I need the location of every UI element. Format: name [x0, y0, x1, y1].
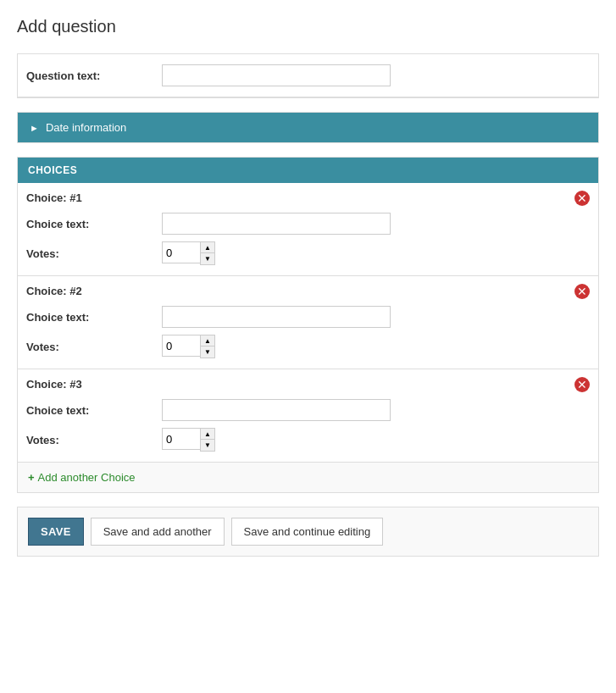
choices-header: CHOICES — [18, 158, 598, 183]
remove-choice-3-button[interactable]: ✕ — [574, 376, 590, 392]
votes-spin-buttons-2: ▲ ▼ — [200, 335, 215, 358]
choice-title-3: Choice: #3 — [26, 378, 82, 391]
votes-spin-down-1[interactable]: ▼ — [201, 253, 214, 264]
votes-spin-up-3[interactable]: ▲ — [201, 429, 214, 440]
votes-spin-buttons-3: ▲ ▼ — [200, 428, 215, 452]
add-another-choice-label: Add another Choice — [38, 471, 136, 484]
remove-choice-2-icon: ✕ — [574, 284, 590, 299]
votes-row-2: Votes: ▲ ▼ — [26, 335, 590, 358]
choice-text-label-3: Choice text: — [26, 404, 162, 417]
votes-spinner-3: ▲ ▼ — [162, 428, 215, 452]
save-and-continue-button[interactable]: Save and continue editing — [231, 518, 384, 546]
remove-choice-1-button[interactable]: ✕ — [574, 190, 590, 206]
votes-spinner-1: ▲ ▼ — [162, 241, 215, 265]
page-title: Add question — [17, 17, 599, 36]
votes-spin-up-2[interactable]: ▲ — [201, 335, 214, 346]
date-info-section: ► Date information — [17, 112, 599, 143]
votes-spin-buttons-1: ▲ ▼ — [200, 241, 215, 265]
choices-container: CHOICES Choice: #1 ✕ Choice text: Votes:… — [17, 157, 599, 493]
votes-input-1[interactable] — [162, 241, 200, 263]
date-info-header[interactable]: ► Date information — [18, 113, 598, 142]
question-text-input[interactable] — [162, 64, 391, 86]
votes-spin-down-3[interactable]: ▼ — [201, 440, 214, 451]
plus-icon: + — [28, 471, 35, 484]
choice-text-row-3: Choice text: — [26, 399, 590, 421]
votes-spinner-2: ▲ ▼ — [162, 335, 215, 358]
save-button[interactable]: SAVE — [28, 518, 84, 546]
choice-block-2: Choice: #2 ✕ Choice text: Votes: ▲ ▼ — [18, 276, 598, 369]
choice-text-input-1[interactable] — [162, 213, 391, 235]
choice-text-label-2: Choice text: — [26, 311, 162, 324]
choice-text-row-1: Choice text: — [26, 213, 590, 235]
votes-spin-up-1[interactable]: ▲ — [201, 242, 214, 253]
save-and-add-another-button[interactable]: Save and add another — [91, 518, 225, 546]
action-buttons-row: SAVE Save and add another Save and conti… — [17, 507, 599, 557]
choice-block-3: Choice: #3 ✕ Choice text: Votes: ▲ ▼ — [18, 369, 598, 463]
remove-choice-1-icon: ✕ — [574, 191, 590, 206]
votes-row-3: Votes: ▲ ▼ — [26, 428, 590, 452]
add-another-row: +Add another Choice — [18, 463, 598, 492]
votes-label-1: Votes: — [26, 247, 162, 260]
choice-title-row-3: Choice: #3 ✕ — [26, 376, 590, 392]
choice-text-input-3[interactable] — [162, 399, 391, 421]
collapse-arrow-icon: ► — [30, 123, 39, 133]
votes-input-2[interactable] — [162, 335, 200, 357]
add-another-choice-link[interactable]: +Add another Choice — [28, 471, 136, 484]
choice-title-1: Choice: #1 — [26, 191, 82, 204]
votes-spin-down-2[interactable]: ▼ — [201, 346, 214, 358]
votes-input-3[interactable] — [162, 428, 200, 450]
votes-row-1: Votes: ▲ ▼ — [26, 241, 590, 265]
choice-text-label-1: Choice text: — [26, 218, 162, 230]
remove-choice-3-icon: ✕ — [574, 377, 590, 392]
choice-text-row-2: Choice text: — [26, 306, 590, 328]
choice-block-1: Choice: #1 ✕ Choice text: Votes: ▲ ▼ — [18, 183, 598, 276]
date-info-label: Date information — [46, 121, 126, 134]
choice-title-2: Choice: #2 — [26, 285, 82, 297]
choice-title-row-1: Choice: #1 ✕ — [26, 190, 590, 206]
votes-label-2: Votes: — [26, 341, 162, 353]
question-text-label: Question text: — [26, 69, 162, 82]
votes-label-3: Votes: — [26, 434, 162, 446]
remove-choice-2-button[interactable]: ✕ — [574, 283, 590, 299]
choice-title-row-2: Choice: #2 ✕ — [26, 283, 590, 299]
choice-text-input-2[interactable] — [162, 306, 391, 328]
question-text-row: Question text: — [18, 54, 598, 97]
question-form-section: Question text: — [17, 53, 599, 98]
